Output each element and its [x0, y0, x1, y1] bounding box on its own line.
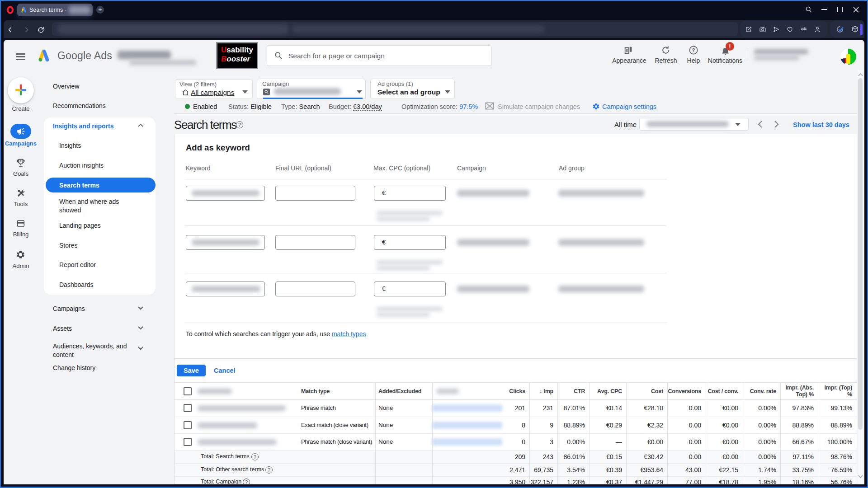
svg-text:?: ? [692, 47, 695, 53]
